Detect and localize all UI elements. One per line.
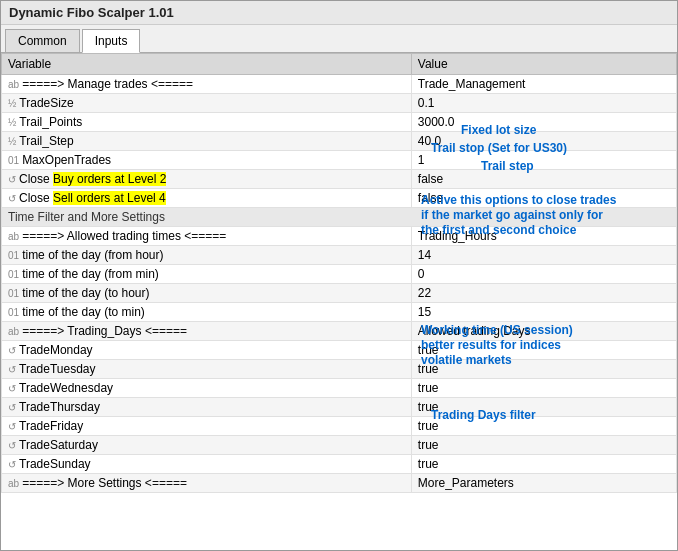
table-row: ↺TradeTuesdaytrue: [2, 360, 677, 379]
val-cell: More_Parameters: [411, 474, 676, 493]
table-row: ↺TradeFridaytrue: [2, 417, 677, 436]
var-cell: ab=====> Manage trades <=====: [2, 75, 412, 94]
table-row: ½TradeSize0.1: [2, 94, 677, 113]
table-row: 01MaxOpenTrades1: [2, 151, 677, 170]
row-icon: ½: [8, 117, 16, 128]
row-icon: 01: [8, 288, 19, 299]
var-cell: ↺Close Buy orders at Level 2: [2, 170, 412, 189]
table-row: ↺Close Buy orders at Level 2false: [2, 170, 677, 189]
row-icon: ab: [8, 478, 19, 489]
row-icon: 01: [8, 307, 19, 318]
table-row: 01time of the day (to min)15: [2, 303, 677, 322]
val-cell: true: [411, 455, 676, 474]
val-cell: 40.0: [411, 132, 676, 151]
main-window: Dynamic Fibo Scalper 1.01 Common Inputs …: [0, 0, 678, 551]
row-icon: ↺: [8, 383, 16, 394]
highlight-span: Sell orders at Level 4: [53, 191, 166, 205]
var-cell: ↺TradeMonday: [2, 341, 412, 360]
row-icon: ↺: [8, 174, 16, 185]
row-icon: ↺: [8, 193, 16, 204]
table-row: ↺TradeSaturdaytrue: [2, 436, 677, 455]
var-cell: 01time of the day (from min): [2, 265, 412, 284]
val-cell: 1: [411, 151, 676, 170]
section-header-cell: Time Filter and More Settings: [2, 208, 677, 227]
row-icon: 01: [8, 155, 19, 166]
table-row: ab=====> Trading_Days <=====Allowed trad…: [2, 322, 677, 341]
var-cell: ↺TradeTuesday: [2, 360, 412, 379]
tab-bar: Common Inputs: [1, 25, 677, 53]
row-icon: ↺: [8, 402, 16, 413]
table-row: 01time of the day (from min)0: [2, 265, 677, 284]
val-cell: 0: [411, 265, 676, 284]
var-cell: ½Trail_Points: [2, 113, 412, 132]
content-area: Variable Value ab=====> Manage trades <=…: [1, 53, 677, 550]
val-cell: true: [411, 436, 676, 455]
tab-common[interactable]: Common: [5, 29, 80, 52]
col-header-variable: Variable: [2, 54, 412, 75]
table-row: 01time of the day (from hour)14: [2, 246, 677, 265]
row-icon: ↺: [8, 345, 16, 356]
var-cell: ½TradeSize: [2, 94, 412, 113]
var-cell: ab=====> Allowed trading times <=====: [2, 227, 412, 246]
table-row: ½Trail_Points3000.0: [2, 113, 677, 132]
row-icon: 01: [8, 250, 19, 261]
table-row: ↺TradeMondaytrue: [2, 341, 677, 360]
table-row: ↺TradeSundaytrue: [2, 455, 677, 474]
row-icon: ↺: [8, 364, 16, 375]
val-cell: true: [411, 379, 676, 398]
table-row: ↺TradeWednesdaytrue: [2, 379, 677, 398]
var-cell: 01MaxOpenTrades: [2, 151, 412, 170]
row-icon: ab: [8, 79, 19, 90]
table-row: ↺Close Sell orders at Level 4false: [2, 189, 677, 208]
table-row: Time Filter and More Settings: [2, 208, 677, 227]
var-cell: ab=====> More Settings <=====: [2, 474, 412, 493]
col-header-value: Value: [411, 54, 676, 75]
val-cell: Allowed trading Days: [411, 322, 676, 341]
var-cell: ↺Close Sell orders at Level 4: [2, 189, 412, 208]
var-cell: ab=====> Trading_Days <=====: [2, 322, 412, 341]
val-cell: true: [411, 360, 676, 379]
var-cell: 01time of the day (to min): [2, 303, 412, 322]
title-bar: Dynamic Fibo Scalper 1.01: [1, 1, 677, 25]
val-cell: false: [411, 189, 676, 208]
params-table: Variable Value ab=====> Manage trades <=…: [1, 53, 677, 493]
tab-inputs[interactable]: Inputs: [82, 29, 141, 53]
val-cell: Trade_Management: [411, 75, 676, 94]
var-cell: ↺TradeFriday: [2, 417, 412, 436]
val-cell: 15: [411, 303, 676, 322]
val-cell: false: [411, 170, 676, 189]
val-cell: true: [411, 398, 676, 417]
val-cell: Trading_Hours: [411, 227, 676, 246]
window-title: Dynamic Fibo Scalper 1.01: [9, 5, 174, 20]
table-row: ab=====> Allowed trading times <=====Tra…: [2, 227, 677, 246]
var-cell: ↺TradeThursday: [2, 398, 412, 417]
row-icon: ½: [8, 136, 16, 147]
var-cell: ↺TradeSunday: [2, 455, 412, 474]
var-cell: ½Trail_Step: [2, 132, 412, 151]
highlight-span: Buy orders at Level 2: [53, 172, 166, 186]
table-row: ↺TradeThursdaytrue: [2, 398, 677, 417]
val-cell: 3000.0: [411, 113, 676, 132]
table-row: ½Trail_Step40.0: [2, 132, 677, 151]
val-cell: 0.1: [411, 94, 676, 113]
row-icon: ↺: [8, 421, 16, 432]
row-icon: 01: [8, 269, 19, 280]
row-icon: ½: [8, 98, 16, 109]
row-icon: ab: [8, 326, 19, 337]
table-row: 01time of the day (to hour)22: [2, 284, 677, 303]
table-row: ab=====> Manage trades <=====Trade_Manag…: [2, 75, 677, 94]
var-cell: ↺TradeWednesday: [2, 379, 412, 398]
var-cell: 01time of the day (to hour): [2, 284, 412, 303]
val-cell: 14: [411, 246, 676, 265]
val-cell: true: [411, 341, 676, 360]
var-cell: 01time of the day (from hour): [2, 246, 412, 265]
row-icon: ↺: [8, 440, 16, 451]
var-cell: ↺TradeSaturday: [2, 436, 412, 455]
val-cell: true: [411, 417, 676, 436]
row-icon: ↺: [8, 459, 16, 470]
table-row: ab=====> More Settings <=====More_Parame…: [2, 474, 677, 493]
row-icon: ab: [8, 231, 19, 242]
val-cell: 22: [411, 284, 676, 303]
